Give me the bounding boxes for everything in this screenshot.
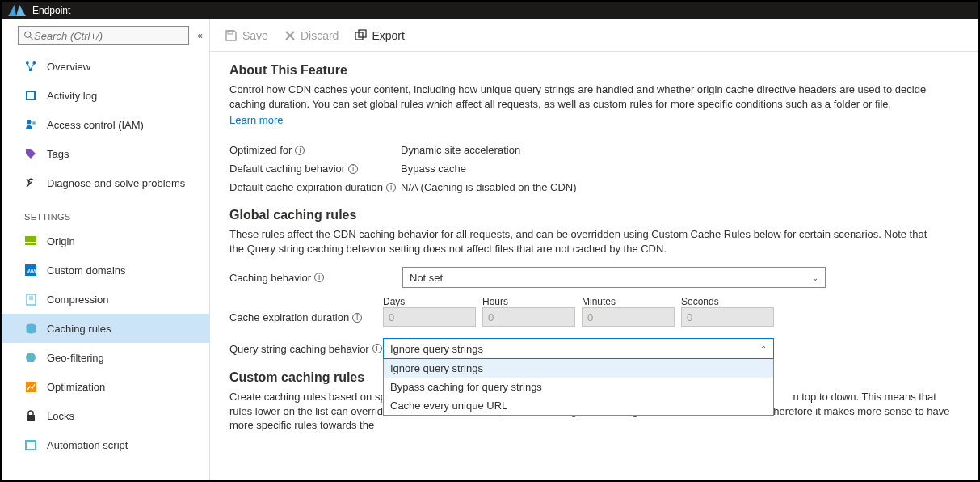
nav-access-control[interactable]: Access control (IAM): [2, 110, 209, 139]
svg-marker-0: [8, 5, 16, 16]
learn-more-link[interactable]: Learn more: [229, 114, 283, 126]
nav-activity-log[interactable]: Activity log: [2, 81, 209, 110]
nav-label: Origin: [47, 235, 75, 247]
seconds-header: Seconds: [681, 296, 774, 307]
discard-icon: [284, 30, 296, 41]
nav-label: Automation script: [47, 439, 128, 451]
nav-label: Geo-filtering: [47, 352, 104, 364]
query-option-bypass[interactable]: Bypass caching for query strings: [384, 378, 773, 396]
main-content: Save Discard Export About This Feature C…: [210, 19, 978, 480]
hours-input: [482, 307, 575, 327]
hours-header: Hours: [482, 296, 575, 307]
lock-icon: [24, 409, 37, 422]
info-icon[interactable]: i: [314, 273, 324, 282]
svg-rect-16: [25, 243, 36, 245]
svg-line-8: [30, 62, 34, 69]
svg-rect-27: [27, 442, 35, 449]
days-input: [383, 307, 476, 327]
optimized-for-label: Optimized fori: [229, 144, 401, 156]
nav-label: Overview: [47, 61, 90, 73]
nav-compression[interactable]: Compression: [2, 285, 209, 314]
info-icon[interactable]: i: [352, 313, 362, 323]
compression-icon: [24, 293, 37, 306]
nav-label: Tags: [47, 148, 69, 160]
save-button[interactable]: Save: [225, 29, 268, 42]
discard-button[interactable]: Discard: [284, 29, 339, 42]
nav-label: Caching rules: [47, 323, 111, 335]
global-rules-title: Global caching rules: [229, 208, 959, 222]
wrench-icon: [24, 176, 37, 189]
svg-point-12: [32, 121, 36, 125]
origin-icon: [24, 235, 37, 247]
export-button[interactable]: Export: [355, 29, 404, 42]
globe-icon: [24, 351, 37, 364]
search-input[interactable]: [34, 30, 183, 42]
nav-label: Diagnose and solve problems: [47, 177, 185, 189]
nav-optimization[interactable]: Optimization: [2, 372, 209, 401]
caching-behavior-label: Caching behaviori: [229, 272, 383, 284]
svg-line-3: [30, 37, 32, 40]
nav-custom-domains[interactable]: wwCustom domains: [2, 256, 209, 285]
nav-label: Locks: [47, 410, 74, 422]
caching-behavior-select[interactable]: Not set ⌄: [402, 267, 826, 288]
nav-caching-rules[interactable]: Caching rules: [2, 314, 209, 343]
save-icon: [225, 29, 238, 42]
default-behavior-label: Default caching behaviori: [229, 163, 401, 175]
about-desc: Control how CDN caches your content, inc…: [229, 82, 940, 111]
collapse-sidebar-button[interactable]: «: [197, 30, 203, 41]
nav-label: Custom domains: [47, 264, 126, 277]
svg-point-11: [27, 120, 31, 125]
optimized-for-value: Dynamic site acceleration: [401, 144, 520, 156]
svg-rect-14: [25, 236, 36, 239]
cache-expiration-label: Cache expiration durationi: [229, 311, 383, 327]
nav-automation-script[interactable]: Automation script: [2, 430, 209, 459]
azure-logo-icon: [8, 5, 26, 16]
global-rules-desc: These rules affect the CDN caching behav…: [229, 227, 940, 256]
info-icon[interactable]: i: [295, 146, 305, 155]
query-string-select[interactable]: Ignore query strings ⌃ Ignore query stri…: [383, 338, 774, 359]
svg-marker-1: [16, 5, 26, 16]
days-header: Days: [383, 296, 476, 307]
nav-geo-filtering[interactable]: Geo-filtering: [2, 343, 209, 372]
query-string-dropdown: Ignore query strings Bypass caching for …: [383, 359, 774, 416]
info-icon[interactable]: i: [386, 183, 396, 192]
nav-label: Compression: [47, 294, 109, 306]
svg-rect-15: [25, 239, 36, 242]
query-option-ignore[interactable]: Ignore query strings: [384, 359, 773, 378]
chevron-up-icon: ⌃: [760, 345, 767, 353]
nav-list: Overview Activity log Access control (IA…: [2, 52, 209, 197]
script-icon: [24, 438, 37, 451]
overview-icon: [24, 60, 37, 73]
nav-overview[interactable]: Overview: [2, 52, 209, 81]
log-icon: [24, 89, 37, 102]
export-icon: [355, 29, 367, 41]
minutes-input: [582, 307, 675, 327]
optimization-icon: [24, 380, 37, 393]
tag-icon: [24, 147, 37, 160]
default-expiration-label: Default cache expiration durationi: [229, 181, 401, 193]
svg-rect-25: [27, 415, 35, 421]
minutes-header: Minutes: [582, 296, 675, 307]
query-string-label: Query string caching behaviori: [229, 343, 383, 355]
nav-tags[interactable]: Tags: [2, 139, 209, 168]
svg-rect-10: [27, 92, 34, 99]
svg-line-7: [27, 62, 30, 69]
breadcrumb-title: Endpoint: [32, 5, 70, 16]
nav-diagnose[interactable]: Diagnose and solve problems: [2, 168, 209, 197]
toolbar: Save Discard Export: [210, 19, 978, 52]
chevron-down-icon: ⌄: [812, 273, 818, 282]
sidebar: « Overview Activity log Access control (…: [2, 19, 210, 480]
query-option-unique[interactable]: Cache every unique URL: [384, 396, 773, 415]
search-icon: [23, 30, 34, 41]
svg-point-2: [25, 32, 31, 37]
info-icon[interactable]: i: [348, 164, 358, 174]
nav-locks[interactable]: Locks: [2, 401, 209, 430]
about-title: About This Feature: [229, 63, 959, 78]
seconds-input: [681, 307, 774, 327]
people-icon: [24, 118, 37, 131]
nav-origin[interactable]: Origin: [2, 226, 209, 256]
default-expiration-value: N/A (Caching is disabled on the CDN): [401, 181, 577, 193]
info-icon[interactable]: i: [372, 344, 382, 353]
search-input-wrapper[interactable]: [18, 26, 189, 45]
nav-label: Access control (IAM): [47, 119, 144, 131]
